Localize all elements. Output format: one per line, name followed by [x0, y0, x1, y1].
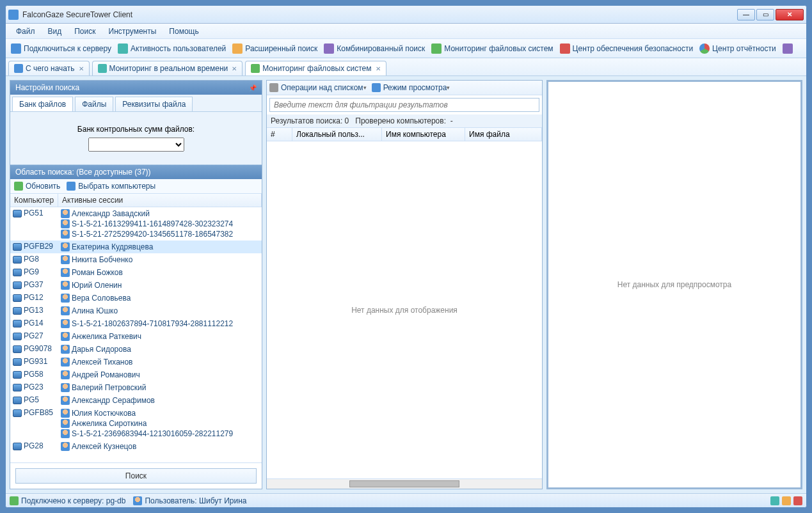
- toolbar-центр-отчётности[interactable]: Центр отчётности: [697, 42, 779, 55]
- computer-row[interactable]: PG8Никита Бобченко: [10, 253, 262, 266]
- subtab-реквизиты-файла[interactable]: Реквизиты файла: [115, 97, 193, 111]
- computer-row[interactable]: PG27Анжелика Раткевич: [10, 330, 262, 343]
- session-line[interactable]: Алексей Тиханов: [61, 357, 259, 367]
- session-line[interactable]: S-1-5-21-2369683944-1213016059-282211279: [61, 429, 259, 439]
- results-grid-header: #Локальный польз...Имя компьютераИмя фай…: [267, 128, 542, 141]
- horizontal-scrollbar[interactable]: [267, 478, 542, 489]
- view-mode-dropdown[interactable]: Режим просмотра: [372, 83, 450, 92]
- session-line[interactable]: Александр Завадский: [61, 209, 259, 219]
- computer-grid-body[interactable]: PG51Александр ЗавадскийS-1-5-21-16132994…: [10, 207, 262, 462]
- preview-panel: Нет данных для предпросмотра: [546, 80, 802, 489]
- menu-инструменты[interactable]: Инструменты: [102, 26, 163, 37]
- session-line[interactable]: S-1-5-21-2725299420-1345651178-186547382: [61, 229, 259, 239]
- session-line[interactable]: S-1-5-21-1802637894-710817934-2881112212: [61, 319, 259, 329]
- computer-icon: [13, 443, 22, 450]
- results-col-1[interactable]: Локальный польз...: [292, 128, 382, 141]
- computer-row[interactable]: PG51Александр ЗавадскийS-1-5-21-16132994…: [10, 207, 262, 241]
- user-icon: [61, 442, 70, 451]
- computer-row[interactable]: PG37Юрий Оленин: [10, 279, 262, 292]
- results-count: 0: [345, 116, 349, 125]
- subtab-файлы[interactable]: Файлы: [75, 97, 113, 111]
- results-col-2[interactable]: Имя компьютера: [382, 128, 465, 141]
- maximize-button[interactable]: ▭: [756, 9, 774, 20]
- session-line[interactable]: Дарья Сидорова: [61, 344, 259, 354]
- select-computers-button[interactable]: Выбрать компьютеры: [67, 182, 155, 191]
- tab-close-icon[interactable]: ✕: [79, 65, 84, 72]
- session-line[interactable]: Юрий Оленин: [61, 280, 259, 290]
- minimize-button[interactable]: —: [737, 9, 755, 20]
- computer-icon: [13, 256, 22, 264]
- computer-row[interactable]: PG58Андрей Романович: [10, 368, 262, 381]
- session-line[interactable]: Роман Божков: [61, 267, 259, 278]
- status-icon-1[interactable]: [770, 496, 779, 505]
- filter-input[interactable]: [269, 98, 539, 112]
- computer-row[interactable]: PG14S-1-5-21-1802637894-710817934-288111…: [10, 317, 262, 330]
- session-line[interactable]: Александр Серафимов: [61, 395, 259, 406]
- session-line[interactable]: Анжелика Сироткина: [61, 418, 259, 429]
- results-col-3[interactable]: Имя файла: [465, 128, 542, 141]
- toolbar-активность-пользователей[interactable]: Активность пользователей: [115, 42, 228, 55]
- computer-row[interactable]: PGFB85Юлия КостючковаАнжелика СироткинаS…: [10, 407, 262, 440]
- session-line[interactable]: S-1-5-21-1613299411-1614897428-302323274: [61, 219, 259, 229]
- toolbar-icon: [118, 43, 128, 54]
- session-line[interactable]: Екатерина Кудрявцева: [61, 242, 259, 252]
- search-area-header: Область поиска: (Все доступные (37)): [10, 165, 262, 179]
- computer-row[interactable]: PG28Алексей Кузнецов: [10, 440, 262, 453]
- results-col-0[interactable]: #: [267, 128, 292, 141]
- user-icon: [61, 383, 70, 392]
- computer-icon: [13, 333, 22, 340]
- computer-row[interactable]: PG9Роман Божков: [10, 266, 262, 279]
- menu-файл[interactable]: Файл: [10, 26, 42, 37]
- computer-row[interactable]: PG13Алина Юшко: [10, 304, 262, 317]
- tab-close-icon[interactable]: ✕: [232, 65, 237, 72]
- menu-помощь[interactable]: Помощь: [163, 26, 205, 37]
- menu-вид[interactable]: Вид: [42, 26, 68, 37]
- results-empty-message: Нет данных для отображения: [351, 306, 458, 315]
- menu-поиск[interactable]: Поиск: [68, 26, 102, 37]
- computer-row[interactable]: PG931Алексей Тиханов: [10, 356, 262, 368]
- user-icon: [61, 230, 70, 239]
- session-line[interactable]: Юлия Костючкова: [61, 408, 259, 418]
- session-line[interactable]: Андрей Романович: [61, 370, 259, 380]
- preview-empty-message: Нет данных для предпросмотра: [617, 280, 731, 289]
- toolbar-комбинированный-поиск[interactable]: Комбинированный поиск: [321, 42, 427, 55]
- toolbar-icon: [431, 43, 442, 54]
- tab-мониторинг-файловых-систем[interactable]: Мониторинг файловых систем✕: [245, 61, 386, 75]
- toolbar-мониторинг-файловых-систем[interactable]: Мониторинг файловых систем: [429, 42, 555, 55]
- toolbar-центр-обеспечения-безопасности[interactable]: Центр обеспечения безопасности: [557, 42, 696, 55]
- status-icon-2[interactable]: [782, 496, 791, 505]
- search-button[interactable]: Поиск: [15, 468, 257, 484]
- computer-row[interactable]: PG23Валерий Петровский: [10, 381, 262, 394]
- close-button[interactable]: ✕: [776, 9, 804, 20]
- toolbar-подключиться-к-серверу[interactable]: Подключиться к серверу: [8, 42, 114, 55]
- col-computer[interactable]: Компьютер: [10, 194, 58, 207]
- computer-row[interactable]: PGFB29Екатерина Кудрявцева: [10, 241, 262, 253]
- session-line[interactable]: Валерий Петровский: [61, 383, 259, 393]
- col-sessions[interactable]: Активные сессии: [58, 194, 262, 207]
- session-line[interactable]: Алексей Кузнецов: [61, 441, 259, 452]
- computer-icon: [13, 384, 22, 391]
- scrollbar-thumb[interactable]: [349, 480, 459, 487]
- tab-с-чего-начать[interactable]: С чего начать✕: [8, 61, 90, 75]
- toolbar-расширенный-поиск[interactable]: Расширенный поиск: [230, 42, 320, 55]
- tab-close-icon[interactable]: ✕: [376, 65, 381, 72]
- computer-icon: [13, 371, 22, 379]
- session-line[interactable]: Вера Соловьева: [61, 293, 259, 303]
- status-icon-3[interactable]: [793, 496, 802, 505]
- session-line[interactable]: Анжелика Раткевич: [61, 331, 259, 342]
- subtab-банк-файлов[interactable]: Банк файлов: [12, 97, 73, 111]
- pin-icon[interactable]: 📌: [249, 84, 257, 91]
- session-line[interactable]: Алина Юшко: [61, 306, 259, 316]
- computer-row[interactable]: PG9078Дарья Сидорова: [10, 343, 262, 356]
- computer-row[interactable]: PG12Вера Соловьева: [10, 292, 262, 304]
- tab-icon: [14, 64, 23, 73]
- results-panel: Операции над списком Режим просмотра Рез…: [266, 80, 543, 489]
- toolbar-more[interactable]: [780, 42, 798, 55]
- bank-select[interactable]: [88, 138, 184, 152]
- session-line[interactable]: Никита Бобченко: [61, 255, 259, 265]
- refresh-button[interactable]: Обновить: [14, 182, 60, 191]
- computer-row[interactable]: PG5Александр Серафимов: [10, 394, 262, 407]
- list-operations-dropdown[interactable]: Операции над списком: [269, 83, 367, 92]
- toolbar-icon: [324, 43, 334, 54]
- tab-мониторинг-в-реальном-времени[interactable]: Мониторинг в реальном времени✕: [92, 61, 243, 75]
